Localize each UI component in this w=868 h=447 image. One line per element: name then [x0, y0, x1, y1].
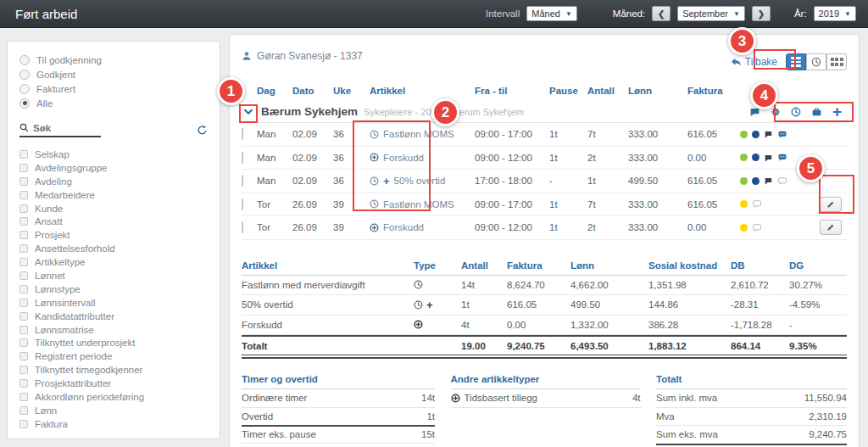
radio-icon[interactable]	[19, 55, 30, 65]
filter-radio-godkjent[interactable]: Godkjent	[19, 67, 208, 81]
checkbox-icon[interactable]	[19, 231, 28, 239]
col-dag[interactable]: Dag	[257, 86, 292, 96]
col-artikkel[interactable]: Artikkel	[370, 86, 475, 96]
checkbox-icon[interactable]	[19, 217, 28, 226]
row-checkbox[interactable]	[242, 175, 243, 187]
filter-radio-til-godkjenning[interactable]: Til godkjenning	[19, 53, 208, 67]
annotation-box-3	[754, 49, 796, 70]
table-row[interactable]: Tor 26.09 39 Fastlønn MOMS 09:00 - 17:00…	[242, 193, 847, 217]
sum-col-lonn: Lønn	[570, 260, 648, 271]
field-checkbox[interactable]: Tilknyttet underprosjekt	[19, 336, 208, 349]
next-month-button[interactable]: ❯	[752, 6, 771, 21]
filter-radio-fakturert[interactable]: Fakturert	[19, 81, 208, 96]
field-checkbox[interactable]: Kunde	[19, 202, 208, 215]
checkbox-icon[interactable]	[19, 406, 28, 415]
month-select[interactable]: September ▼	[677, 6, 745, 21]
row-checkbox[interactable]	[242, 221, 243, 233]
col-lonn[interactable]: Lønn	[628, 86, 687, 96]
radio-icon[interactable]	[19, 70, 30, 80]
prev-month-button[interactable]: ❮	[652, 6, 670, 21]
panel-row: Ordinære timer14t	[242, 389, 435, 408]
checkbox-icon[interactable]	[19, 299, 28, 307]
col-fra-til[interactable]: Fra - til	[475, 86, 549, 96]
field-checkbox[interactable]: Akkordlønn periodeføring	[19, 390, 208, 404]
row-checkbox[interactable]	[242, 152, 243, 164]
checkbox-icon[interactable]	[19, 338, 28, 347]
radio-icon-selected[interactable]	[19, 98, 30, 109]
field-checkbox[interactable]: Tilknyttet timegodkjenner	[19, 363, 208, 377]
interval-select[interactable]: Måned ▼	[526, 6, 577, 21]
page-title: Ført arbeid	[15, 7, 77, 21]
col-uke[interactable]: Uke	[333, 86, 370, 96]
grid-view-button[interactable]	[826, 53, 847, 70]
month-label: Måned:	[613, 8, 645, 19]
topbar: Ført arbeid Intervall Måned ▼ Måned: ❮ S…	[0, 0, 868, 28]
summary-row: 50% overtid + 1t 616.05 499.50 144.86 -2…	[242, 295, 847, 316]
checkbox-icon[interactable]	[19, 150, 28, 159]
checkbox-icon[interactable]	[19, 271, 28, 280]
field-checkbox[interactable]: Ansettelsesforhold	[19, 242, 208, 255]
checkbox-icon[interactable]	[19, 393, 28, 401]
col-antall[interactable]: Antall	[587, 86, 628, 96]
checkbox-icon[interactable]	[19, 258, 28, 266]
col-faktura[interactable]: Faktura	[687, 86, 740, 96]
field-checkbox[interactable]: Ansatt	[19, 215, 208, 228]
table-row[interactable]: Tor 26.09 39 Forskudd 09:00 - 12:00 1t 2…	[242, 216, 847, 240]
table-row[interactable]: Man 02.09 36 Forskudd 09:00 - 12:00 1t 2…	[242, 147, 847, 170]
field-checkbox[interactable]: Kandidatattributter	[19, 310, 208, 323]
field-checkbox[interactable]: Lønnsintervall	[19, 296, 208, 310]
edit-button[interactable]	[820, 220, 842, 235]
checkbox-icon[interactable]	[19, 177, 28, 186]
checkbox-icon[interactable]	[19, 191, 28, 199]
field-checkbox[interactable]: Faktura	[19, 417, 208, 431]
message-filled-icon	[777, 153, 787, 162]
checkbox-icon[interactable]	[19, 244, 28, 253]
checkbox-icon[interactable]	[19, 326, 28, 334]
field-checkbox[interactable]: Lønnsmatrise	[19, 323, 208, 337]
col-pause[interactable]: Pause	[549, 86, 587, 96]
checkbox-icon[interactable]	[19, 164, 28, 172]
field-checkbox[interactable]: Artikkeltype	[19, 255, 208, 269]
checkbox-icon[interactable]	[19, 366, 28, 374]
year-select[interactable]: 2019 ▼	[814, 6, 856, 21]
filter-radio-alle[interactable]: Alle	[19, 96, 208, 110]
checkbox-icon[interactable]	[19, 420, 28, 428]
field-checkbox[interactable]: Lønn	[19, 404, 208, 417]
comment-dark-icon	[764, 130, 773, 138]
checkbox-icon[interactable]	[19, 285, 28, 293]
green-status-dot	[740, 177, 748, 185]
checkbox-icon[interactable]	[19, 204, 28, 213]
table-row[interactable]: Man 02.09 36 Fastlønn MOMS 09:00 - 17:00…	[242, 123, 847, 147]
sum-col-faktura: Faktura	[507, 260, 570, 271]
col-dato[interactable]: Dato	[292, 86, 333, 96]
checkbox-icon[interactable]	[19, 352, 28, 360]
field-checkbox[interactable]: Selskap	[19, 148, 208, 161]
comment-dark-icon	[764, 176, 773, 185]
field-checkbox[interactable]: Prosjekt	[19, 228, 208, 242]
annotation-step-4: 4	[750, 81, 778, 109]
table-row[interactable]: Man 02.09 36 +50% overtid 17:00 - 18:00 …	[242, 170, 847, 193]
refresh-icon[interactable]	[197, 125, 208, 136]
message-filled-icon	[777, 130, 787, 139]
clock-view-button[interactable]	[806, 53, 826, 70]
checkbox-icon[interactable]	[19, 379, 28, 388]
row-checkbox[interactable]	[242, 128, 243, 140]
field-checkbox[interactable]: Lønnstype	[19, 282, 208, 296]
summary-table: Artikkel Type Antall Faktura Lønn Sosial…	[242, 257, 847, 360]
field-checkbox[interactable]: Registrert periode	[19, 349, 208, 363]
panel-row: Sum eks. mva9,240.75	[656, 426, 847, 444]
field-checkbox[interactable]: Avdelingsgruppe	[19, 161, 208, 175]
circle-plus-icon	[370, 223, 379, 232]
field-checkbox[interactable]: Lønnet	[19, 269, 208, 282]
totals-panel-title: Totalt	[656, 374, 847, 389]
radio-icon[interactable]	[19, 84, 30, 94]
filter-sidebar: Til godkjenning Godkjent Fakturert Alle	[7, 41, 220, 439]
group-name[interactable]: Bærum Sykehjem	[261, 105, 358, 118]
comment-dark-icon	[764, 154, 773, 162]
checkbox-icon[interactable]	[19, 312, 28, 321]
field-checkbox[interactable]: Medarbeidere	[19, 188, 208, 202]
row-checkbox[interactable]	[242, 198, 243, 210]
search-input[interactable]	[33, 123, 89, 133]
field-checkbox[interactable]: Prosjektattributter	[19, 377, 208, 390]
field-checkbox[interactable]: Avdeling	[19, 175, 208, 188]
